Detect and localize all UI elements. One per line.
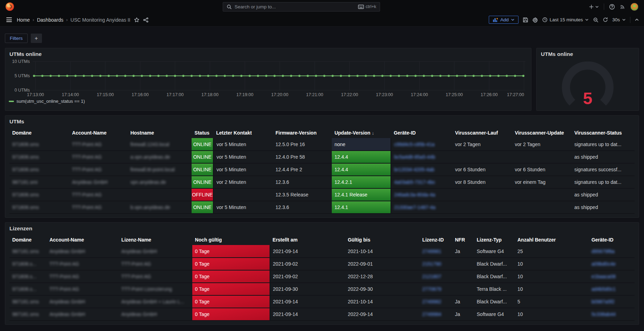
- legend-item[interactable]: sum(utm_usc_online_status == 1): [5, 98, 531, 104]
- col-header-dom-ne[interactable]: Domäne: [9, 128, 69, 138]
- redacted-id-link[interactable]: 2770679: [420, 283, 452, 295]
- table-cell: 2021-09-14: [270, 308, 345, 321]
- search-input[interactable]: Search or jump to... ctrl+k: [223, 2, 380, 12]
- update-version-cell: 12.4.4: [332, 151, 391, 163]
- refresh-button[interactable]: [603, 17, 608, 22]
- col-header-g-ltig-bis[interactable]: Gültig bis: [345, 235, 420, 245]
- chevron-down-icon: [595, 5, 599, 9]
- table-cell: 2021-10-14: [345, 295, 420, 308]
- table-cell: 2021-09-02: [270, 258, 345, 270]
- update-version-cell: 12.4.2.1: [332, 176, 391, 188]
- redacted-id-link[interactable]: 2749984: [420, 308, 452, 321]
- dashboard-settings-button[interactable]: [532, 17, 538, 23]
- breadcrumb-dashboards[interactable]: Dashboards: [37, 17, 64, 23]
- panel-title[interactable]: UTMs online: [5, 48, 531, 58]
- refresh-interval-picker[interactable]: 30s: [612, 17, 626, 22]
- redacted-cell: TTT-Point AG: [46, 283, 119, 295]
- redacted-id-link[interactable]: d95679f8a: [589, 245, 635, 258]
- chevron-down-icon: [511, 18, 515, 22]
- menu-toggle-button[interactable]: [5, 16, 13, 23]
- col-header-virusscanner-status[interactable]: Virusscanner-Status: [572, 128, 635, 138]
- svg-text:17:20:00: 17:20:00: [271, 92, 288, 97]
- redacted-id-link[interactable]: br12034-4205-4ab: [391, 163, 452, 176]
- redacted-id-link[interactable]: b0987a5f2: [589, 295, 635, 308]
- time-range-picker[interactable]: Last 15 minutes: [542, 17, 589, 22]
- col-header-ger-te-id[interactable]: Geräte-ID: [391, 128, 452, 138]
- status-badge: ONLINE: [192, 201, 213, 214]
- redacted-cell: TTT-Point AG: [69, 151, 128, 163]
- redacted-id-link[interactable]: a09bd0c4e: [589, 258, 635, 270]
- table-cell: 2021-09-30: [270, 283, 345, 295]
- panel-title[interactable]: UTMs online: [537, 48, 639, 58]
- col-header-anzahl-benutzer[interactable]: Anzahl Benutzer: [515, 235, 589, 245]
- redacted-id-link[interactable]: 2749982: [420, 295, 452, 308]
- share-icon: [143, 17, 149, 23]
- breadcrumb-home[interactable]: Home: [17, 17, 30, 23]
- update-version-cell: 12.4.1 Release: [332, 188, 391, 201]
- col-header-lizenz-name[interactable]: Lizenz-Name: [119, 235, 192, 245]
- user-avatar[interactable]: [630, 3, 638, 11]
- col-header-hostname[interactable]: Hostname: [128, 128, 192, 138]
- grafana-logo[interactable]: [6, 2, 14, 11]
- redacted-cell: 987181.smi: [9, 176, 69, 188]
- col-header-virusscanner-update[interactable]: Virusscanner-Update: [512, 128, 572, 138]
- table-cell: 10: [515, 270, 589, 283]
- table-row: 971806.smsTTT-Point AGfirewall.1243.loca…: [9, 138, 635, 151]
- redacted-id-link[interactable]: 2121807: [420, 270, 452, 283]
- redacted-id-link[interactable]: ad4b5d0c1: [589, 283, 635, 295]
- chevron-up-icon: [635, 17, 639, 22]
- table-cell: [128, 188, 192, 201]
- col-header-lizenz-typ[interactable]: Lizenz-Typ: [474, 235, 515, 245]
- news-button[interactable]: [620, 4, 625, 9]
- collapse-toolbar-button[interactable]: [635, 17, 639, 22]
- redacted-cell: 971806.sms: [9, 188, 69, 201]
- redacted-id-link[interactable]: 4a03ab5-7317-4bc: [391, 176, 452, 188]
- filters-button[interactable]: Filters: [5, 34, 28, 43]
- utms-table: DomäneAccount-NameHostnameStatusLetzter …: [9, 128, 635, 214]
- zoom-out-button[interactable]: [593, 17, 599, 23]
- save-dashboard-button[interactable]: [523, 17, 528, 23]
- status-badge: ONLINE: [192, 151, 213, 163]
- col-header-virusscanner-lauf[interactable]: Virusscanner-Lauf: [452, 128, 512, 138]
- favorite-button[interactable]: [134, 17, 139, 23]
- save-icon: [523, 17, 528, 23]
- col-header-account-name[interactable]: Account-Name: [46, 235, 119, 245]
- col-header-lizenz-id[interactable]: Lizenz-ID: [420, 235, 452, 245]
- redacted-id-link[interactable]: c99d4c5-c85b-41a: [391, 138, 452, 151]
- col-header-noch-g-ltig[interactable]: Noch gültig: [192, 235, 270, 245]
- col-header-nfr[interactable]: NFR: [452, 235, 474, 245]
- share-button[interactable]: [143, 17, 149, 23]
- redacted-id-link[interactable]: e1baaca08: [589, 270, 635, 283]
- col-header-status[interactable]: Status: [192, 128, 213, 138]
- col-header-update-version[interactable]: Update-Version↓: [332, 128, 391, 138]
- days-remaining-badge: 0 Tage: [192, 283, 270, 295]
- redacted-id-link[interactable]: 246adc3a-80da-4a: [391, 188, 452, 201]
- new-button[interactable]: [589, 4, 599, 9]
- col-header-firmware-version[interactable]: Firmware-Version: [273, 128, 332, 138]
- col-header-account-name[interactable]: Account-Name: [69, 128, 128, 138]
- svg-text:17:21:00: 17:21:00: [306, 92, 323, 97]
- add-filter-button[interactable]: +: [31, 34, 42, 43]
- help-button[interactable]: [609, 4, 615, 10]
- redacted-id-link[interactable]: 21330ae7-1487-4a: [391, 201, 452, 214]
- redacted-id-link[interactable]: 2151790: [420, 258, 452, 270]
- redacted-id-link[interactable]: 5c338ab44: [589, 308, 635, 321]
- redacted-cell: firewall.ttt-point.local: [128, 163, 192, 176]
- redacted-cell: TTT-Point AG: [119, 258, 192, 270]
- redacted-id-link[interactable]: bc5a4d8-85a5-44b: [391, 151, 452, 163]
- table-row: 987181.smsAnyideas GmbHAnyideas GmbH + L…: [9, 295, 635, 308]
- col-header-erstellt-am[interactable]: Erstellt am: [270, 235, 345, 245]
- table-cell: 2022-09-01: [345, 258, 420, 270]
- svg-text:17:19:00: 17:19:00: [236, 92, 253, 97]
- panel-title[interactable]: UTMs: [5, 116, 639, 125]
- breadcrumb-current: USC Monitoring Anyideas II: [71, 17, 130, 23]
- col-header-dom-ne[interactable]: Domäne: [9, 235, 46, 245]
- col-header-letzter-kontakt[interactable]: Letzter Kontakt: [213, 128, 273, 138]
- table-cell: signatures up to dat...: [572, 176, 635, 188]
- add-panel-button[interactable]: Add: [489, 16, 518, 24]
- redacted-cell: 987181.sms: [9, 295, 46, 308]
- panel-title[interactable]: Lizenzen: [5, 223, 639, 232]
- col-header-ger-te-id[interactable]: Geräte-ID: [589, 235, 635, 245]
- table-cell: 10: [515, 258, 589, 270]
- redacted-id-link[interactable]: 2749981: [420, 245, 452, 258]
